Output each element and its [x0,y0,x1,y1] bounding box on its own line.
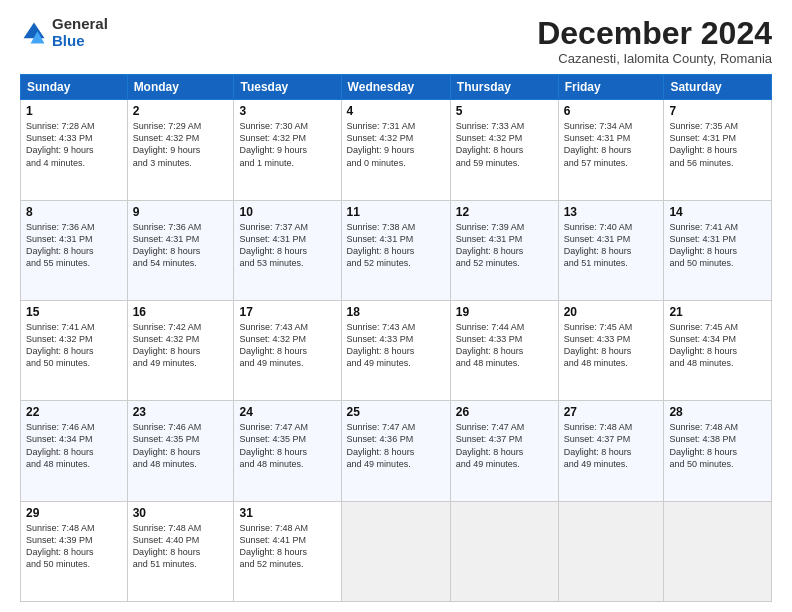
day-cell: 26Sunrise: 7:47 AM Sunset: 4:37 PM Dayli… [450,401,558,501]
day-number: 11 [347,205,445,219]
day-cell: 13Sunrise: 7:40 AM Sunset: 4:31 PM Dayli… [558,200,664,300]
header-tuesday: Tuesday [234,75,341,100]
day-info: Sunrise: 7:48 AM Sunset: 4:39 PM Dayligh… [26,522,122,571]
day-info: Sunrise: 7:43 AM Sunset: 4:33 PM Dayligh… [347,321,445,370]
day-info: Sunrise: 7:36 AM Sunset: 4:31 PM Dayligh… [133,221,229,270]
header-row: Sunday Monday Tuesday Wednesday Thursday… [21,75,772,100]
calendar-page: General Blue December 2024 Cazanesti, Ia… [0,0,792,612]
main-title: December 2024 [537,16,772,51]
day-cell: 4Sunrise: 7:31 AM Sunset: 4:32 PM Daylig… [341,100,450,200]
day-cell [341,501,450,601]
day-info: Sunrise: 7:46 AM Sunset: 4:34 PM Dayligh… [26,421,122,470]
day-info: Sunrise: 7:42 AM Sunset: 4:32 PM Dayligh… [133,321,229,370]
day-info: Sunrise: 7:30 AM Sunset: 4:32 PM Dayligh… [239,120,335,169]
day-number: 25 [347,405,445,419]
day-number: 31 [239,506,335,520]
header-friday: Friday [558,75,664,100]
logo-text: General Blue [52,16,108,49]
day-number: 28 [669,405,766,419]
day-info: Sunrise: 7:36 AM Sunset: 4:31 PM Dayligh… [26,221,122,270]
day-cell: 8Sunrise: 7:36 AM Sunset: 4:31 PM Daylig… [21,200,128,300]
day-info: Sunrise: 7:29 AM Sunset: 4:32 PM Dayligh… [133,120,229,169]
day-number: 16 [133,305,229,319]
day-info: Sunrise: 7:41 AM Sunset: 4:32 PM Dayligh… [26,321,122,370]
day-cell: 21Sunrise: 7:45 AM Sunset: 4:34 PM Dayli… [664,300,772,400]
week-row-5: 29Sunrise: 7:48 AM Sunset: 4:39 PM Dayli… [21,501,772,601]
day-number: 21 [669,305,766,319]
day-number: 13 [564,205,659,219]
title-area: December 2024 Cazanesti, Ialomita County… [537,16,772,66]
day-number: 17 [239,305,335,319]
day-cell: 18Sunrise: 7:43 AM Sunset: 4:33 PM Dayli… [341,300,450,400]
week-row-3: 15Sunrise: 7:41 AM Sunset: 4:32 PM Dayli… [21,300,772,400]
day-cell: 28Sunrise: 7:48 AM Sunset: 4:38 PM Dayli… [664,401,772,501]
day-cell: 17Sunrise: 7:43 AM Sunset: 4:32 PM Dayli… [234,300,341,400]
day-number: 26 [456,405,553,419]
day-cell: 10Sunrise: 7:37 AM Sunset: 4:31 PM Dayli… [234,200,341,300]
day-cell: 25Sunrise: 7:47 AM Sunset: 4:36 PM Dayli… [341,401,450,501]
day-number: 19 [456,305,553,319]
header-sunday: Sunday [21,75,128,100]
day-info: Sunrise: 7:37 AM Sunset: 4:31 PM Dayligh… [239,221,335,270]
day-cell: 6Sunrise: 7:34 AM Sunset: 4:31 PM Daylig… [558,100,664,200]
day-number: 18 [347,305,445,319]
day-cell [664,501,772,601]
day-info: Sunrise: 7:33 AM Sunset: 4:32 PM Dayligh… [456,120,553,169]
day-number: 14 [669,205,766,219]
day-cell: 15Sunrise: 7:41 AM Sunset: 4:32 PM Dayli… [21,300,128,400]
header-thursday: Thursday [450,75,558,100]
day-number: 22 [26,405,122,419]
day-number: 23 [133,405,229,419]
day-number: 6 [564,104,659,118]
day-info: Sunrise: 7:47 AM Sunset: 4:37 PM Dayligh… [456,421,553,470]
day-number: 1 [26,104,122,118]
day-info: Sunrise: 7:45 AM Sunset: 4:33 PM Dayligh… [564,321,659,370]
day-info: Sunrise: 7:47 AM Sunset: 4:35 PM Dayligh… [239,421,335,470]
day-number: 2 [133,104,229,118]
day-info: Sunrise: 7:34 AM Sunset: 4:31 PM Dayligh… [564,120,659,169]
day-info: Sunrise: 7:31 AM Sunset: 4:32 PM Dayligh… [347,120,445,169]
day-cell: 30Sunrise: 7:48 AM Sunset: 4:40 PM Dayli… [127,501,234,601]
day-number: 15 [26,305,122,319]
header-saturday: Saturday [664,75,772,100]
day-number: 3 [239,104,335,118]
day-info: Sunrise: 7:28 AM Sunset: 4:33 PM Dayligh… [26,120,122,169]
day-info: Sunrise: 7:48 AM Sunset: 4:40 PM Dayligh… [133,522,229,571]
day-cell: 9Sunrise: 7:36 AM Sunset: 4:31 PM Daylig… [127,200,234,300]
day-number: 20 [564,305,659,319]
day-cell: 22Sunrise: 7:46 AM Sunset: 4:34 PM Dayli… [21,401,128,501]
week-row-4: 22Sunrise: 7:46 AM Sunset: 4:34 PM Dayli… [21,401,772,501]
day-info: Sunrise: 7:48 AM Sunset: 4:37 PM Dayligh… [564,421,659,470]
day-info: Sunrise: 7:46 AM Sunset: 4:35 PM Dayligh… [133,421,229,470]
day-number: 30 [133,506,229,520]
day-info: Sunrise: 7:39 AM Sunset: 4:31 PM Dayligh… [456,221,553,270]
day-cell: 23Sunrise: 7:46 AM Sunset: 4:35 PM Dayli… [127,401,234,501]
day-cell: 11Sunrise: 7:38 AM Sunset: 4:31 PM Dayli… [341,200,450,300]
day-number: 27 [564,405,659,419]
day-number: 4 [347,104,445,118]
day-info: Sunrise: 7:44 AM Sunset: 4:33 PM Dayligh… [456,321,553,370]
day-number: 29 [26,506,122,520]
day-info: Sunrise: 7:47 AM Sunset: 4:36 PM Dayligh… [347,421,445,470]
day-cell: 16Sunrise: 7:42 AM Sunset: 4:32 PM Dayli… [127,300,234,400]
day-cell: 5Sunrise: 7:33 AM Sunset: 4:32 PM Daylig… [450,100,558,200]
day-info: Sunrise: 7:48 AM Sunset: 4:41 PM Dayligh… [239,522,335,571]
day-info: Sunrise: 7:43 AM Sunset: 4:32 PM Dayligh… [239,321,335,370]
day-info: Sunrise: 7:41 AM Sunset: 4:31 PM Dayligh… [669,221,766,270]
day-info: Sunrise: 7:48 AM Sunset: 4:38 PM Dayligh… [669,421,766,470]
logo: General Blue [20,16,108,49]
week-row-2: 8Sunrise: 7:36 AM Sunset: 4:31 PM Daylig… [21,200,772,300]
day-cell: 1Sunrise: 7:28 AM Sunset: 4:33 PM Daylig… [21,100,128,200]
day-info: Sunrise: 7:38 AM Sunset: 4:31 PM Dayligh… [347,221,445,270]
day-info: Sunrise: 7:35 AM Sunset: 4:31 PM Dayligh… [669,120,766,169]
day-cell: 24Sunrise: 7:47 AM Sunset: 4:35 PM Dayli… [234,401,341,501]
header-wednesday: Wednesday [341,75,450,100]
header-monday: Monday [127,75,234,100]
day-cell: 20Sunrise: 7:45 AM Sunset: 4:33 PM Dayli… [558,300,664,400]
day-cell: 12Sunrise: 7:39 AM Sunset: 4:31 PM Dayli… [450,200,558,300]
week-row-1: 1Sunrise: 7:28 AM Sunset: 4:33 PM Daylig… [21,100,772,200]
svg-marker-0 [24,22,45,38]
day-number: 7 [669,104,766,118]
header: General Blue December 2024 Cazanesti, Ia… [20,16,772,66]
logo-general: General [52,16,108,33]
